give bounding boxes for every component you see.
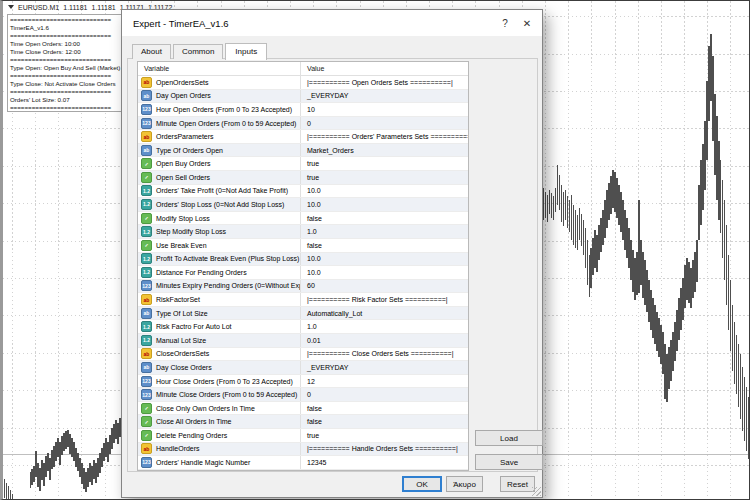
value-cell[interactable]: 12 bbox=[301, 375, 468, 388]
table-row[interactable]: ab Type Of Orders Open Market_Orders bbox=[138, 144, 468, 158]
variable-name: Orders' Take Profit (0=Not Add Take Prof… bbox=[156, 187, 288, 194]
close-button[interactable]: ✕ bbox=[516, 13, 538, 33]
value-cell[interactable]: true bbox=[301, 429, 468, 442]
table-row[interactable]: ✓ Use Break Even false bbox=[138, 239, 468, 253]
value-cell[interactable]: 10 bbox=[301, 103, 468, 116]
variable-cell: ab HandleOrders bbox=[138, 443, 301, 456]
dialog-titlebar[interactable]: Expert - TimerEA_v1.6 ? ✕ bbox=[122, 10, 542, 36]
enum-type-icon: ab bbox=[141, 145, 152, 156]
reset-button[interactable]: Reset bbox=[500, 476, 535, 492]
value-cell[interactable]: _EVERYDAY bbox=[301, 361, 468, 374]
help-button[interactable]: ? bbox=[494, 13, 516, 33]
table-row[interactable]: ✓ Open Buy Orders true bbox=[138, 157, 468, 171]
save-button[interactable]: Save bbox=[475, 454, 543, 470]
table-row[interactable]: ab HandleOrders |========== Handle Order… bbox=[138, 443, 468, 457]
table-row[interactable]: ✓ Modify Stop Loss false bbox=[138, 212, 468, 226]
inputs-table-body: ab OpenOrdersSets |========== Open Order… bbox=[138, 76, 468, 470]
table-row[interactable]: 1.2 Profit To Activate Break Even (Plus … bbox=[138, 253, 468, 267]
tab-inputs[interactable]: Inputs bbox=[225, 43, 267, 60]
int-type-icon: 123 bbox=[141, 280, 152, 291]
value-cell[interactable]: |========== Risk Factor Sets ==========| bbox=[301, 293, 468, 306]
value-cell[interactable]: |========== Close Orders Sets ==========… bbox=[301, 348, 468, 361]
bool-type-icon: ✓ bbox=[141, 158, 152, 169]
table-row[interactable]: ab RiskFactorSet |========== Risk Factor… bbox=[138, 293, 468, 307]
enum-type-icon: ab bbox=[141, 90, 152, 101]
table-row[interactable]: 123 Orders' Handle Magic Number 12345 bbox=[138, 456, 468, 470]
table-row[interactable]: 123 Minutes Expiry Pending Orders (0=Wit… bbox=[138, 280, 468, 294]
comment-line: ============================ bbox=[10, 88, 119, 96]
variable-name: Type Of Lot Size bbox=[156, 310, 208, 317]
value-cell[interactable]: |========== Orders' Parameters Sets ====… bbox=[301, 130, 468, 143]
value-cell[interactable]: 10.0 bbox=[301, 185, 468, 198]
mt4-chart-window: EURUSD.M1 1.11181 1.11181 1.11171 1.1117… bbox=[0, 0, 750, 500]
double-type-icon: 1.2 bbox=[141, 321, 152, 332]
variable-name: HandleOrders bbox=[156, 445, 200, 452]
table-row[interactable]: 1.2 Orders' Take Profit (0=Not Add Take … bbox=[138, 185, 468, 199]
tab-about[interactable]: About bbox=[132, 44, 171, 59]
value-cell[interactable]: |========== Handle Orders Sets =========… bbox=[301, 443, 468, 456]
resize-grip[interactable] bbox=[532, 487, 541, 496]
table-row[interactable]: 123 Minute Open Orders (From 0 to 59 Acc… bbox=[138, 117, 468, 131]
table-row[interactable]: ab Type Of Lot Size Automatically_Lot bbox=[138, 307, 468, 321]
load-button[interactable]: Load bbox=[475, 430, 543, 446]
value-cell[interactable]: 10.0 bbox=[301, 266, 468, 279]
int-type-icon: 123 bbox=[141, 376, 152, 387]
value-cell[interactable]: false bbox=[301, 415, 468, 428]
table-row[interactable]: 1.2 Step Modify Stop Loss 1.0 bbox=[138, 225, 468, 239]
table-row[interactable]: ab CloseOrdersSets |========== Close Ord… bbox=[138, 348, 468, 362]
value-cell[interactable]: _EVERYDAY bbox=[301, 90, 468, 103]
value-cell[interactable]: 0 bbox=[301, 117, 468, 130]
table-row[interactable]: ab Day Close Orders _EVERYDAY bbox=[138, 361, 468, 375]
value-cell[interactable]: false bbox=[301, 402, 468, 415]
table-row[interactable]: ✓ Delete Pending Orders true bbox=[138, 429, 468, 443]
variable-cell: 1.2 Profit To Activate Break Even (Plus … bbox=[138, 253, 301, 266]
table-row[interactable]: ab Day Open Orders _EVERYDAY bbox=[138, 90, 468, 104]
value-cell[interactable]: true bbox=[301, 157, 468, 170]
table-row[interactable]: 1.2 Risk Factro For Auto Lot 1.0 bbox=[138, 320, 468, 334]
chart-symbol-period: EURUSD.M1 bbox=[18, 4, 59, 11]
variable-cell: ab CloseOrdersSets bbox=[138, 348, 301, 361]
value-cell[interactable]: 60 bbox=[301, 280, 468, 293]
value-cell[interactable]: Automatically_Lot bbox=[301, 307, 468, 320]
bool-type-icon: ✓ bbox=[141, 430, 152, 441]
value-cell[interactable]: 10.0 bbox=[301, 253, 468, 266]
variable-cell: 123 Minute Close Orders (From 0 to 59 Ac… bbox=[138, 388, 301, 401]
dialog-tabs: About Common Inputs bbox=[132, 41, 269, 59]
table-row[interactable]: ab OrdersParameters |========== Orders' … bbox=[138, 130, 468, 144]
cancel-button[interactable]: Άκυρο bbox=[446, 476, 483, 492]
value-cell[interactable]: false bbox=[301, 212, 468, 225]
table-row[interactable]: 123 Minute Close Orders (From 0 to 59 Ac… bbox=[138, 388, 468, 402]
value-cell[interactable]: 0 bbox=[301, 388, 468, 401]
one-click-trading-toggle-icon[interactable] bbox=[8, 5, 14, 9]
table-row[interactable]: ab OpenOrdersSets |========== Open Order… bbox=[138, 76, 468, 90]
tab-common[interactable]: Common bbox=[173, 44, 223, 59]
table-row[interactable]: 123 Hour Open Orders (From 0 To 23 Accep… bbox=[138, 103, 468, 117]
comment-line: ============================ bbox=[10, 16, 119, 24]
chart-open-price: 1.11181 bbox=[63, 4, 87, 11]
table-row[interactable]: ✓ Open Sell Orders true bbox=[138, 171, 468, 185]
value-cell[interactable]: |========== Open Orders Sets ==========| bbox=[301, 76, 468, 89]
table-row[interactable]: 1.2 Manual Lot Size 0.01 bbox=[138, 334, 468, 348]
variable-name: Step Modify Stop Loss bbox=[156, 228, 226, 235]
ok-button[interactable]: OK bbox=[402, 476, 442, 492]
table-row[interactable]: ✓ Close All Orders In Time false bbox=[138, 415, 468, 429]
value-cell[interactable]: 1.0 bbox=[301, 320, 468, 333]
table-row[interactable]: ✓ Close Only Own Orders In Time false bbox=[138, 402, 468, 416]
value-cell[interactable]: 12345 bbox=[301, 456, 468, 469]
table-row[interactable]: 1.2 Orders' Stop Loss (0=Not Add Stop Lo… bbox=[138, 198, 468, 212]
variable-name: Hour Close Orders (From 0 To 23 Accepted… bbox=[156, 378, 293, 385]
variable-name: Manual Lot Size bbox=[156, 337, 206, 344]
double-type-icon: 1.2 bbox=[141, 267, 152, 278]
value-cell[interactable]: Market_Orders bbox=[301, 144, 468, 157]
value-cell[interactable]: 0.01 bbox=[301, 334, 468, 347]
variable-cell: 123 Minute Open Orders (From 0 to 59 Acc… bbox=[138, 117, 301, 130]
table-row[interactable]: 123 Hour Close Orders (From 0 To 23 Acce… bbox=[138, 375, 468, 389]
variable-cell: 1.2 Step Modify Stop Loss bbox=[138, 225, 301, 238]
int-type-icon: 123 bbox=[141, 104, 152, 115]
value-cell[interactable]: true bbox=[301, 171, 468, 184]
value-cell[interactable]: false bbox=[301, 239, 468, 252]
value-cell[interactable]: 10.0 bbox=[301, 198, 468, 211]
value-cell[interactable]: 1.0 bbox=[301, 225, 468, 238]
variable-name: Hour Open Orders (From 0 To 23 Accepted) bbox=[156, 106, 292, 113]
table-row[interactable]: 1.2 Distance For Pending Orders 10.0 bbox=[138, 266, 468, 280]
